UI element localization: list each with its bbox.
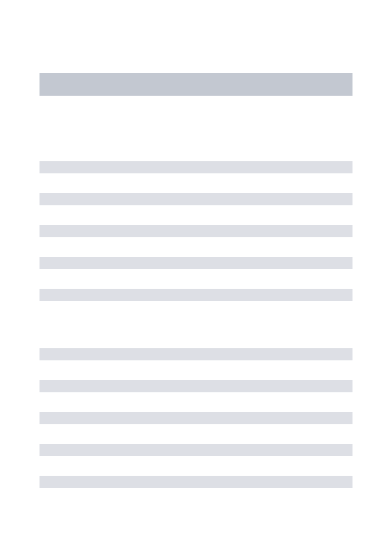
skeleton-line [40, 193, 352, 205]
skeleton-line [40, 289, 352, 301]
skeleton-line [40, 476, 352, 488]
skeleton-title [40, 73, 352, 96]
skeleton-line [40, 257, 352, 269]
skeleton-line [40, 348, 352, 360]
skeleton-line [40, 161, 352, 173]
skeleton-line [40, 412, 352, 424]
skeleton-line [40, 225, 352, 237]
skeleton-container [0, 0, 392, 488]
skeleton-line [40, 444, 352, 456]
section-gap [40, 321, 352, 348]
skeleton-line [40, 380, 352, 392]
